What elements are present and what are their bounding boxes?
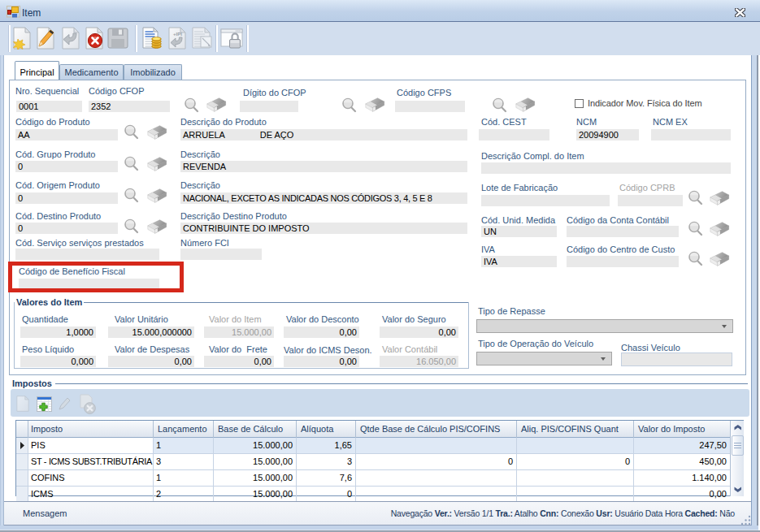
svg-text:+IPI: +IPI xyxy=(173,32,182,37)
